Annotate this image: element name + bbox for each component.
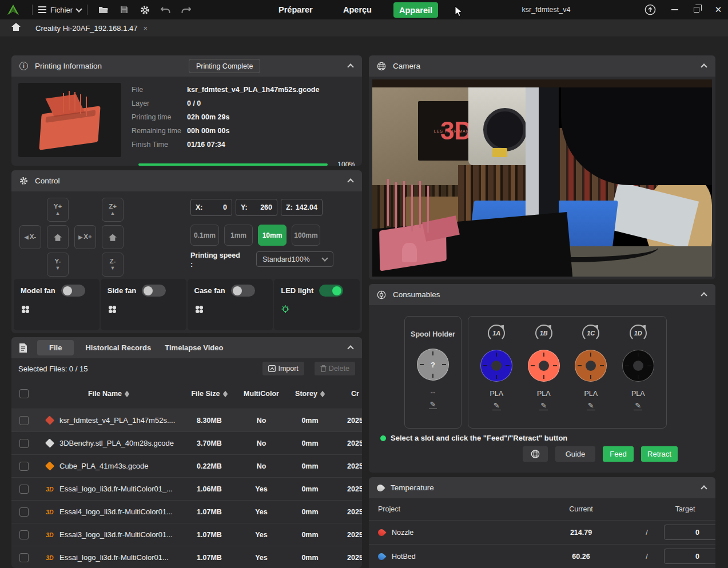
axis-position-field[interactable]: Y: 260 (236, 199, 277, 216)
tab-preview[interactable]: Aperçu (343, 0, 372, 19)
jog-x-minus-button[interactable]: ◀X- (19, 225, 41, 249)
filament-slot[interactable]: 1D PLA ✎ (615, 325, 662, 428)
edit-pencil-icon[interactable]: ✎ (429, 400, 437, 409)
jog-y-plus-button[interactable]: Y+▲ (47, 198, 69, 222)
collapse-chevron-icon[interactable] (347, 63, 353, 70)
row-checkbox[interactable] (19, 462, 29, 471)
redo-button[interactable] (177, 3, 194, 17)
tab-close-icon[interactable]: × (144, 24, 148, 33)
cloud-upload-button[interactable] (641, 0, 660, 19)
import-button[interactable]: Import (262, 362, 304, 375)
home-z-button[interactable] (102, 225, 124, 249)
feed-button[interactable]: Feed (603, 446, 634, 462)
gear-icon (19, 177, 28, 185)
edit-pencil-icon[interactable]: ✎ (587, 401, 595, 410)
target-temperature-input[interactable]: 0 °C (664, 549, 715, 564)
tab-timelapse-video[interactable]: Timelapse Video (165, 343, 223, 352)
edit-pencil-icon[interactable]: ✎ (492, 401, 501, 410)
file-menu[interactable]: Fichier (38, 6, 81, 14)
consumables-panel: Consumables Spool Holder ? -- ✎ 1A PLA ✎ (369, 284, 715, 473)
settings-gear-button[interactable] (136, 3, 153, 17)
step-size-button[interactable]: 10mm (258, 225, 287, 246)
file-created: 2025 (335, 417, 362, 425)
save-button[interactable] (116, 3, 133, 17)
row-checkbox[interactable] (19, 553, 29, 562)
spool-holder-card[interactable]: Spool Holder ? -- ✎ (404, 316, 462, 429)
axis-label: Y: (241, 203, 248, 211)
printer-tab[interactable]: Creality Hi-20AF_192.168.1.47 × (35, 24, 148, 33)
delete-button[interactable]: Delete (315, 362, 355, 375)
fan-toggle[interactable] (142, 285, 166, 297)
step-size-button[interactable]: 1mm (224, 225, 253, 246)
step-size-button[interactable]: 0.1mm (190, 225, 219, 246)
collapse-chevron-icon[interactable] (701, 485, 707, 491)
tab-prepare[interactable]: Préparer (279, 0, 313, 19)
column-created[interactable]: Cr (335, 390, 362, 398)
document-icon (19, 343, 27, 353)
home-icon[interactable] (11, 23, 21, 33)
select-all-checkbox[interactable] (19, 389, 29, 398)
table-row[interactable]: 3D Essai4_logo_li3d.fr-MultiColor01... 1… (11, 500, 362, 523)
target-temperature-input[interactable]: 0 °C (664, 525, 715, 540)
fan-toggle[interactable] (231, 285, 255, 297)
column-file-size[interactable]: File Size (181, 390, 238, 398)
printing-status-button[interactable]: Printing Complete (189, 59, 260, 73)
fan-toggle[interactable] (319, 285, 343, 297)
undo-button[interactable] (157, 3, 174, 17)
printing-speed-dropdown[interactable]: Standard100% (256, 251, 333, 267)
edit-pencil-icon[interactable]: ✎ (539, 401, 548, 410)
model-spike (69, 91, 70, 110)
column-file-name[interactable]: File Name (37, 390, 181, 398)
collapse-chevron-icon[interactable] (701, 292, 707, 298)
axis-position-field[interactable]: X: 0 (190, 199, 232, 216)
row-checkbox[interactable] (19, 439, 29, 448)
collapse-chevron-icon[interactable] (347, 178, 353, 185)
filament-slot[interactable]: 1C PLA ✎ (567, 325, 615, 428)
row-checkbox[interactable] (19, 416, 29, 425)
poster-big-text: 3D (440, 118, 472, 143)
minimize-button[interactable] (665, 0, 685, 19)
tab-file[interactable]: File (37, 340, 74, 355)
jog-z-plus-button[interactable]: Z+▲ (102, 198, 124, 222)
table-row[interactable]: ksr_fdmtest_v4_PLA_1h47m52s.... 8.30MB N… (11, 409, 362, 431)
control-panel: Control Y+▲ Z+▲ ◀X- ▶X+ Y-▼ Z-▼ X: 0 Y: … (11, 170, 362, 333)
temperature-row: Nozzle 214.79 / 0 °C (369, 521, 715, 545)
tab-device[interactable]: Appareil (393, 2, 438, 18)
filament-slot[interactable]: 1B PLA ✎ (520, 325, 568, 428)
target-value: 0 (670, 553, 715, 561)
column-multicolor[interactable]: MultiColor (238, 389, 285, 398)
row-checkbox[interactable] (19, 530, 29, 539)
table-row[interactable]: 3D Essai_logo_li3d.fr-MultiColor01_... 1… (11, 477, 362, 500)
open-folder-button[interactable] (95, 3, 112, 17)
close-button[interactable]: ✕ (709, 0, 728, 19)
step-size-button[interactable]: 100mm (292, 225, 320, 246)
home-xy-button[interactable] (47, 225, 69, 249)
row-checkbox[interactable] (19, 485, 29, 494)
globe-button[interactable] (523, 446, 548, 462)
jog-z-minus-button[interactable]: Z-▼ (102, 253, 124, 277)
guide-button[interactable]: Guide (555, 446, 595, 462)
retract-button[interactable]: Retract (641, 446, 678, 462)
collapse-chevron-icon[interactable] (347, 345, 353, 351)
file-type-icon: 3D (46, 508, 54, 515)
info-icon: i (19, 62, 28, 70)
info-row: Remaining time 00h 00m 00s (132, 124, 355, 138)
table-row[interactable]: 3DBenchy.stl_PLA_40m28s.gcode 3.70MB No … (11, 431, 362, 454)
table-row[interactable]: Cube_PLA_41m43s.gcode 0.22MB No 0mm 2025 (11, 454, 362, 477)
restore-button[interactable] (687, 0, 706, 19)
table-row[interactable]: 3D Essai_logo_li3d.fr-MultiColor01... 1.… (11, 546, 362, 568)
fan-toggle[interactable] (61, 285, 85, 297)
heater-name: Nozzle (392, 529, 413, 537)
collapse-chevron-icon[interactable] (701, 63, 707, 70)
progress-bar (138, 163, 328, 166)
jog-x-plus-button[interactable]: ▶X+ (74, 225, 96, 249)
column-storey[interactable]: Storey (285, 390, 335, 398)
table-row[interactable]: 3D Essai3_logo_li3d.fr-MultiColor01... 1… (11, 523, 362, 546)
info-row: Finish Time 01/16 07:34 (132, 138, 355, 151)
jog-y-minus-button[interactable]: Y-▼ (47, 253, 69, 277)
row-checkbox[interactable] (19, 507, 29, 517)
edit-pencil-icon[interactable]: ✎ (634, 401, 642, 410)
axis-position-field[interactable]: Z: 142.04 (281, 199, 323, 216)
tab-historical-records[interactable]: Historical Records (85, 343, 151, 352)
filament-slot[interactable]: 1A PLA ✎ (473, 325, 520, 428)
